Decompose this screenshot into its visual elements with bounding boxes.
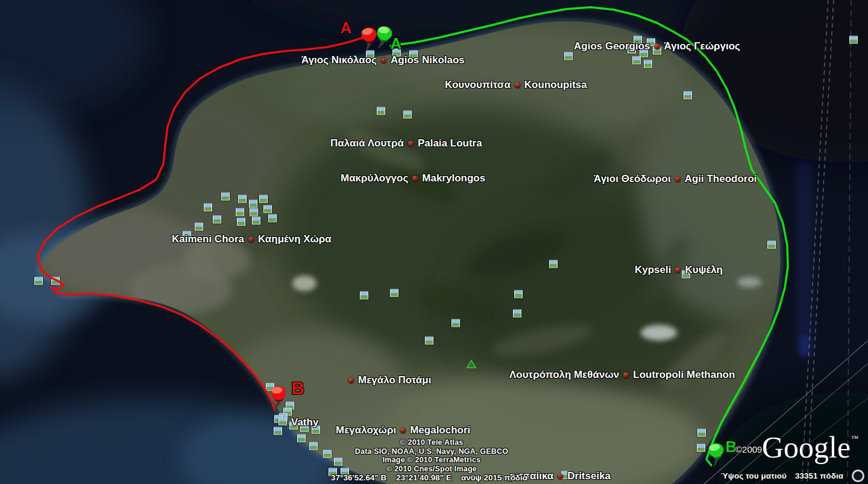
place-name: Agios Georgios [574, 40, 650, 52]
place-labels-layer: AABBΆγιος ΝικόλαοςAgios NikolaosΚουνουπί… [0, 0, 868, 484]
place-dot[interactable] [675, 177, 681, 182]
place-name: Vathy [291, 416, 318, 429]
eye-altitude-label: Ύψος του ματιού [720, 471, 787, 480]
place-dot[interactable] [248, 237, 254, 242]
place-name: Μεγαλοχώρι [336, 424, 396, 436]
map-attribution: © 2010 Tele Atlas Data SIO, NOAA, U.S. N… [338, 438, 526, 473]
copyright-2009: ©2009 [735, 444, 762, 454]
place-label-megalo-potami: Μεγάλο Ποτάμι [348, 374, 431, 386]
place-label-palaia-loutra: Παλαιά ΛουτράPalaia Loutra [330, 137, 482, 149]
place-name: Makrylongos [422, 172, 485, 184]
place-dot[interactable] [348, 378, 354, 383]
place-dot[interactable] [515, 83, 520, 88]
place-name: Kounoupitsa [524, 79, 587, 91]
google-earth-viewport[interactable]: AABBΆγιος ΝικόλαοςAgios NikolaosΚουνουπί… [0, 0, 868, 484]
google-logo-text: Google [762, 430, 851, 464]
place-name: Άγιος Γεώργιος [664, 40, 740, 52]
pushpin-a-green-label: A [391, 34, 402, 53]
place-dot[interactable] [381, 58, 386, 63]
place-label-loutropoli-methanon: Λουτρόπολη ΜεθάνωνLoutropoli Methanon [509, 369, 735, 381]
place-name: Agii Theodoroi [685, 173, 757, 185]
place-label-agii-theodoroi: Άγιοι ΘεόδωροιAgii Theodoroi [594, 173, 757, 185]
trademark-symbol: ™ [851, 434, 858, 442]
status-coordinates: 37°36'52.64" Β 23°21'40.98" Ε ανύψ 2015 … [331, 473, 527, 482]
place-name: Loutropoli Methanon [633, 369, 735, 381]
status-latitude: 37°36'52.64" Β [331, 473, 386, 482]
attribution-line-4: © 2010 Cnes/Spot Image [338, 465, 526, 474]
pushpin-b-red-label: B [291, 378, 304, 398]
place-name: Λουτρόπολη Μεθάνων [509, 369, 619, 381]
place-name: Kypseli [635, 264, 671, 276]
place-name: Παλαιά Λουτρά [330, 137, 404, 149]
place-label-kounoupitsa: ΚουνουπίτσαKounoupitsa [445, 79, 587, 91]
status-eye-altitude: Ύψος του ματιού 33351 πόδια [720, 470, 864, 482]
attribution-line-2: Data SIO, NOAA, U.S. Navy, NGA, GEBCO [338, 447, 526, 456]
place-name: Κουνουπίτσα [445, 79, 511, 91]
place-name: Μακρύλογγος [341, 172, 408, 184]
place-label-vathy: Vathy [291, 416, 318, 429]
eye-altitude-value: 33351 πόδια [795, 471, 843, 480]
place-name: Καημένη Χώρα [258, 233, 332, 245]
place-name: Palaia Loutra [418, 137, 482, 149]
place-label-makrylongos: ΜακρύλογγοςMakrylongos [341, 172, 485, 184]
place-name: Κυψέλη [685, 264, 723, 276]
google-logo: Google™ [762, 423, 858, 462]
place-dot[interactable] [400, 428, 406, 433]
place-name: Dritseika [567, 470, 611, 482]
place-name: Agios Nikolaos [391, 54, 465, 66]
place-name: Megalochori [410, 424, 470, 436]
place-label-kaimeni-chora: Kaimeni ChoraΚαημένη Χώρα [172, 233, 332, 245]
place-dot[interactable] [412, 176, 418, 181]
place-dot[interactable] [408, 141, 414, 146]
place-label-agios-nikolaos: Άγιος ΝικόλαοςAgios Nikolaos [301, 54, 465, 66]
place-name: Άγιοι Θεόδωροι [594, 173, 671, 185]
place-dot[interactable] [623, 372, 629, 378]
place-dot[interactable] [655, 44, 660, 49]
place-name: Άγιος Νικόλαος [301, 54, 377, 66]
attribution-line-1: © 2010 Tele Atlas [338, 438, 526, 447]
status-altitude: ανύψ 2015 πόδια [461, 473, 527, 482]
place-label-kypseli: KypseliΚυψέλη [635, 264, 723, 276]
place-name: Μεγάλο Ποτάμι [358, 374, 431, 386]
place-dot[interactable] [558, 474, 563, 479]
place-label-agios-georgios: Agios GeorgiosΆγιος Γεώργιος [574, 40, 740, 52]
place-name: Kaimeni Chora [172, 233, 244, 245]
place-dot[interactable] [675, 268, 681, 273]
attribution-line-3: Image © 2010 TerraMetrics [338, 456, 526, 465]
status-longitude: 23°21'40.98" Ε [396, 473, 451, 482]
pushpin-a-red-label: A [341, 19, 352, 37]
streaming-indicator-icon [852, 470, 864, 482]
place-label-megalochori: ΜεγαλοχώριMegalochori [336, 424, 470, 436]
